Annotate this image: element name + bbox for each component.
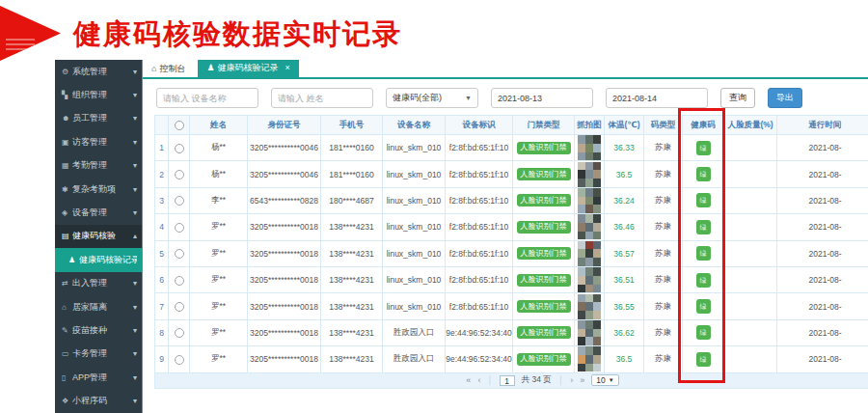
table-row: 5罗**3205**********0018138****4231linux_s… [155,240,868,266]
row-number: 7 [155,293,169,319]
date-from-input[interactable]: 2021-08-13 [491,88,593,108]
sidebar-item-settings-items[interactable]: ✱复杂考勤项▾ [55,178,142,201]
sidebar-item-label: 复杂考勤项 [72,183,133,196]
sidebar-item-qr-code[interactable]: ❖小程序码▾ [55,389,142,412]
sidebar-item-users[interactable]: ☻员工管理▾ [55,107,142,130]
health-code-badge: 绿 [696,167,711,181]
access-type-badge: 人脸识别门禁 [517,221,571,234]
row-number: 1 [155,135,169,161]
page: 健康码核验数据实时记录 ⚙系统管理▾▚组织管理▾☻员工管理▾▣访客管理▾▦考勤管… [0,0,868,413]
sidebar-item-device-lock[interactable]: ◈设备管理▾ [55,201,142,224]
row-checkbox[interactable] [175,302,184,312]
table-row: 4罗**3205**********0018138****4231linux_s… [155,214,868,240]
qr-code-icon: ❖ [62,397,72,405]
person-icon: ♟ [206,63,214,72]
column-header: 门禁类型 [513,116,575,135]
prev-page-icon[interactable]: ‹ [477,375,480,385]
cell-phone: 138****4231 [321,346,383,372]
sidebar-item-gear[interactable]: ⚙系统管理▾ [55,60,142,83]
access-type-badge: 人脸识别门禁 [517,168,571,180]
sidebar-item-label: 系统管理 [72,66,133,78]
cell-device-name: linux_skm_010 [383,293,446,319]
health-code-select-value: 健康码(全部) [393,92,442,104]
sidebar-item-visitor-badge[interactable]: ▣访客管理▾ [55,130,142,153]
sidebar-item-mobile[interactable]: ▯APP管理▾ [55,366,142,389]
select-all-checkbox[interactable] [175,121,184,130]
row-checkbox[interactable] [175,355,184,365]
cell-phone: 138****4231 [321,240,383,266]
export-button[interactable]: 导出 [768,88,802,108]
health-code-badge: 绿 [696,141,711,155]
access-type-badge: 人脸识别门禁 [517,247,571,260]
capture-photo [578,214,601,239]
cell-device-mac: 9e:44:96:52:34:40 [446,346,513,372]
cell-name: 罗** [190,319,248,345]
row-checkbox[interactable] [175,328,184,338]
users-icon: ☻ [62,114,72,123]
cell-id-number: 6543**********0828 [248,187,321,213]
select-all-header [169,116,190,135]
row-checkbox[interactable] [175,170,184,179]
chevron-down-icon: ▾ [133,349,137,358]
chevron-down-icon: ▾ [133,326,137,335]
sidebar-item-attendance-table[interactable]: ▦考勤管理▾ [55,154,142,178]
filter-bar: 健康码(全部) ▼ 2021-08-13 2021-08-14 查询 导出 [156,88,868,108]
cell-code-type: 苏康 [644,293,683,319]
cell-device-name: linux_skm_010 [383,135,446,161]
row-checkbox[interactable] [175,276,184,286]
row-number-header [155,116,169,135]
query-button[interactable]: 查询 [720,88,755,108]
sidebar-item-card[interactable]: ▭卡务管理▾ [55,343,142,366]
current-page-input[interactable]: 1 [500,375,515,386]
total-pages-label: 共 34 页 [522,374,552,386]
page-size-select[interactable]: 10 ▼ [591,374,618,386]
sidebar-item-label: 考勤管理 [72,159,133,172]
sidebar-item-sitemap[interactable]: ▚组织管理▾ [55,83,142,106]
close-icon[interactable]: × [285,63,290,72]
logo-watermark [6,39,35,51]
row-checkbox[interactable] [175,223,184,233]
tab-console[interactable]: ⌂ 控制台 [143,60,194,77]
cell-code-type: 苏康 [644,240,683,266]
device-name-input[interactable] [156,88,258,108]
row-checkbox[interactable] [175,249,184,259]
table-row: 1杨**3205**********0046181****0160linux_s… [155,135,868,161]
person-name-input[interactable] [271,88,373,108]
row-checkbox[interactable] [175,196,184,206]
cell-pass-time: 2021-08- [777,240,868,266]
date-to-input[interactable]: 2021-08-14 [606,88,708,108]
next-page-icon[interactable]: › [570,375,573,385]
cell-phone: 180****4687 [321,187,383,213]
table-row: 3李**6543**********0828180****4687linux_s… [155,187,868,213]
brand-logo [0,6,61,61]
cell-device-name: 胜政园入口 [383,346,446,372]
sidebar-item-label: 卡务管理 [72,347,133,360]
access-type-badge: 人脸识别门禁 [517,326,571,339]
cell-face-quality [724,319,777,345]
column-header: 姓名 [190,116,248,135]
table-header-row: 姓名身份证号手机号设备名称设备标识门禁类型抓拍图体温(℃)码类型健康码人脸质量(… [155,116,868,135]
sitemap-icon: ▚ [62,91,72,99]
tab-health-record[interactable]: ♟ 健康码核验记录 × [198,60,298,77]
first-page-icon[interactable]: « [466,375,471,385]
visitor-badge-icon: ▣ [62,138,72,147]
cell-face-quality [724,161,777,187]
capture-photo [578,135,601,160]
cell-pass-time: 2021-08- [777,135,868,161]
cell-device-mac: f2:8f:bd:65:1f:10 [446,161,513,187]
sidebar-item-health-code[interactable]: ▤健康码核验▴ [55,225,142,248]
column-header: 手机号 [321,116,383,135]
sidebar-item-exchange[interactable]: ⇄出入管理▾ [55,272,142,295]
chevron-down-icon: ▾ [133,91,137,99]
cell-pass-time: 2021-08- [777,214,868,240]
row-checkbox[interactable] [175,144,184,153]
sidebar-item-person[interactable]: ♟健康码核验记录 [55,248,142,271]
sidebar-item-label: 组织管理 [72,89,133,101]
cell-temperature: 36.55 [605,293,644,319]
column-header: 抓拍图 [575,116,605,135]
sidebar-item-syringe[interactable]: ✎疫苗接种▾ [55,318,142,342]
sidebar-item-home[interactable]: ⌂居家隔离▾ [55,295,142,318]
health-code-select[interactable]: 健康码(全部) ▼ [386,88,478,108]
last-page-icon[interactable]: » [580,375,584,385]
cell-device-name: 胜政园入口 [383,319,446,345]
